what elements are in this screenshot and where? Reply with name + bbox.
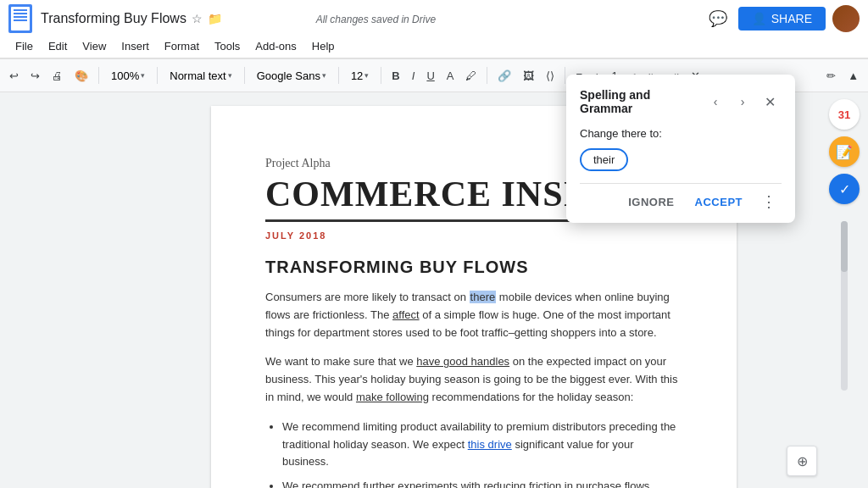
- font-dropdown[interactable]: Google Sans ▾: [251, 64, 332, 87]
- style-dropdown[interactable]: Normal text ▾: [164, 64, 237, 87]
- add-button[interactable]: ⊕: [787, 446, 817, 476]
- star-icon[interactable]: ☆: [192, 12, 203, 25]
- redo-button[interactable]: ↪: [26, 64, 44, 87]
- ignore-button[interactable]: IGNORE: [621, 192, 681, 212]
- menu-edit[interactable]: Edit: [42, 38, 74, 54]
- italic-button[interactable]: I: [408, 64, 420, 87]
- accept-button[interactable]: ACCEPT: [688, 192, 749, 212]
- separator3: [244, 67, 245, 84]
- popup-next-button[interactable]: ›: [731, 90, 754, 114]
- link-this-drive[interactable]: this drive: [468, 438, 512, 451]
- text-color-button[interactable]: A: [442, 64, 459, 87]
- check-icon[interactable]: ✓: [829, 174, 860, 204]
- left-gutter: [0, 92, 127, 488]
- paint-format-button[interactable]: 🎨: [70, 64, 92, 87]
- menu-file[interactable]: File: [8, 38, 40, 54]
- doc-icon: [8, 4, 32, 33]
- link-button[interactable]: 🔗: [493, 64, 515, 87]
- bullet-list: We recommend limiting product availabili…: [282, 419, 682, 488]
- underlined-phrase-handles: have good handles: [416, 355, 509, 368]
- autosave-status: All changes saved in Drive: [316, 14, 436, 25]
- bold-button[interactable]: B: [387, 64, 403, 87]
- popup-header: Spelling and Grammar ‹ › ✕: [580, 88, 782, 115]
- document-title: Transforming Buy Flows: [41, 11, 186, 26]
- separator2: [157, 67, 158, 84]
- popup-change-label: Change there to:: [580, 127, 782, 140]
- menu-help[interactable]: Help: [305, 38, 342, 54]
- separator6: [487, 67, 487, 84]
- zoom-dropdown[interactable]: 100% ▾: [105, 64, 151, 87]
- bullet-item-1: We recommend limiting product availabili…: [282, 419, 682, 471]
- paragraph-2: We want to make sure that we have good h…: [265, 353, 682, 406]
- suggestion-pill[interactable]: their: [580, 148, 628, 171]
- collapse-toolbar-button[interactable]: ▲: [843, 64, 863, 87]
- comments-button[interactable]: 💬: [704, 5, 732, 32]
- size-value: 12: [351, 69, 363, 82]
- section-heading: TRANSFORMING BUY FLOWS: [265, 258, 682, 277]
- share-button[interactable]: 👤 SHARE: [738, 7, 826, 30]
- separator4: [338, 67, 339, 84]
- separator5: [381, 67, 381, 84]
- image-button[interactable]: 🖼: [519, 64, 538, 87]
- style-chevron: ▾: [228, 71, 232, 80]
- scrollbar-track[interactable]: [841, 221, 848, 391]
- formula-button[interactable]: ⟨⟩: [542, 64, 559, 87]
- menu-bar: File Edit View Insert Format Tools Add-o…: [0, 34, 868, 58]
- zoom-value: 100%: [111, 69, 139, 82]
- zoom-chevron: ▾: [141, 71, 145, 80]
- document-date: JULY 2018: [265, 230, 682, 241]
- share-icon: 👤: [752, 12, 766, 25]
- undo-button[interactable]: ↩: [5, 64, 23, 87]
- popup-close-button[interactable]: ✕: [758, 90, 782, 114]
- topbar: Transforming Buy Flows ☆ 📁 All changes s…: [0, 0, 868, 58]
- separator1: [98, 67, 99, 84]
- size-dropdown[interactable]: 12 ▾: [345, 64, 375, 87]
- font-chevron: ▾: [322, 71, 326, 80]
- popup-navigation: ‹ › ✕: [704, 90, 782, 114]
- paragraph-1: Consumers are more likely to transact on…: [265, 289, 682, 341]
- calendar-icon[interactable]: 31: [829, 99, 860, 130]
- more-options-button[interactable]: ⋮: [756, 191, 782, 213]
- notes-icon[interactable]: 📝: [829, 136, 860, 167]
- highlighted-word: there: [470, 291, 497, 303]
- popup-title: Spelling and Grammar: [580, 88, 704, 115]
- menu-insert[interactable]: Insert: [114, 38, 156, 54]
- folder-icon[interactable]: 📁: [208, 12, 222, 25]
- pencil-button[interactable]: ✏: [822, 64, 840, 87]
- bullet-item-2: We recommend further experiments with re…: [282, 478, 682, 488]
- user-avatar[interactable]: [832, 5, 860, 32]
- underlined-word-affect: affect: [392, 308, 420, 321]
- popup-prev-button[interactable]: ‹: [704, 90, 727, 114]
- highlight-button[interactable]: 🖊: [461, 64, 481, 87]
- share-label: SHARE: [771, 12, 812, 25]
- print-button[interactable]: 🖨: [47, 64, 67, 87]
- size-chevron: ▾: [364, 71, 369, 80]
- right-sidebar: 31 📝 ✓: [821, 92, 868, 488]
- right-controls: 💬 👤 SHARE: [704, 5, 860, 32]
- menu-addons[interactable]: Add-ons: [248, 38, 303, 54]
- font-value: Google Sans: [257, 69, 320, 82]
- style-value: Normal text: [170, 69, 225, 82]
- popup-actions: IGNORE ACCEPT ⋮: [580, 183, 782, 213]
- menu-format[interactable]: Format: [158, 38, 206, 54]
- menu-view[interactable]: View: [75, 38, 113, 54]
- underlined-phrase-following: make following: [356, 391, 429, 403]
- menu-tools[interactable]: Tools: [208, 38, 247, 54]
- underline-button[interactable]: U: [422, 64, 438, 87]
- scrollbar-thumb[interactable]: [841, 221, 848, 272]
- spell-grammar-popup: Spelling and Grammar ‹ › ✕ Change there …: [566, 75, 795, 223]
